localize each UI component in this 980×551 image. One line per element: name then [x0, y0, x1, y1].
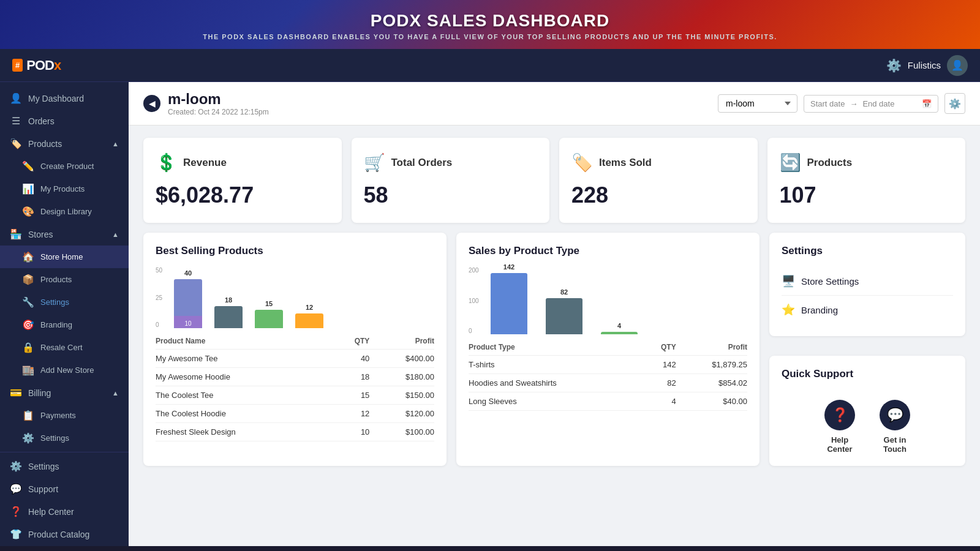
table-row: Hoodies and Sweatshirts 82 $854.02 [469, 374, 747, 392]
sidebar-item-branding[interactable]: 🎯 Branding [0, 313, 129, 336]
type-name-cell: Long Sleeves [469, 392, 646, 411]
sidebar-label-billing: Billing [28, 388, 51, 398]
calendar-icon: 📅 [922, 99, 932, 108]
products-value: 107 [780, 182, 954, 208]
help-icon: ❓ [10, 506, 22, 517]
profit-cell: $100.00 [369, 423, 434, 441]
help-center-button[interactable]: ❓ HelpCenter [824, 400, 855, 454]
store-select[interactable]: m-loom [718, 94, 797, 113]
sales-bar-2 [546, 298, 582, 334]
bar-label-12: 12 [306, 304, 313, 311]
sales-bar-3 [601, 332, 638, 334]
sidebar-label-add-new-store: Add New Store [40, 365, 94, 375]
col-product-name: Product Name [156, 333, 336, 350]
sidebar-section-products[interactable]: 🏷️ Products ▲ [0, 132, 129, 155]
date-arrow: → [850, 99, 858, 108]
sales-by-type-table: Product Type QTY Profit T-shirts 142 $1,… [469, 339, 747, 411]
sales-bar-group-2: 82 [546, 288, 582, 334]
sidebar-item-store-home[interactable]: 🏠 Store Home [0, 246, 129, 268]
stat-card-products: 🔄 Products 107 [767, 138, 966, 223]
bar-1-sub-label: 10 [184, 320, 191, 327]
profit-cell: $150.00 [369, 386, 434, 405]
get-in-touch-button[interactable]: 💬 Get inTouch [880, 400, 910, 454]
resale-icon: 🔒 [22, 342, 34, 353]
main-layout: 👤 My Dashboard ☰ Orders 🏷️ Products ▲ ✏️… [0, 82, 980, 546]
sales-by-type-title: Sales by Product Type [469, 245, 747, 257]
sidebar-item-help-center[interactable]: ❓ Help Center [0, 500, 129, 523]
sidebar-label-branding: Branding [40, 320, 72, 329]
settings-item-store[interactable]: 🖥️ Store Settings [782, 267, 953, 296]
date-range[interactable]: Start date → End date 📅 [804, 95, 938, 113]
sidebar-item-billing-settings[interactable]: ⚙️ Settings [0, 427, 129, 449]
sidebar-item-payments[interactable]: 📋 Payments [0, 404, 129, 427]
sidebar-item-add-new-store[interactable]: 🏬 Add New Store [0, 359, 129, 381]
sidebar-item-my-dashboard[interactable]: 👤 My Dashboard [0, 87, 129, 110]
sidebar-label-store-home: Store Home [40, 252, 83, 261]
sidebar-label-help-center: Help Center [28, 507, 74, 517]
product-name-cell: My Awesome Tee [156, 350, 336, 368]
best-selling-card: Best Selling Products 50 25 0 40 [143, 233, 447, 466]
type-profit-cell: $854.02 [676, 374, 747, 392]
sidebar-item-product-catalog[interactable]: 👕 Product Catalog [0, 523, 129, 545]
bar-3 [255, 310, 283, 328]
type-name-cell: Hoodies and Sweatshirts [469, 374, 646, 392]
store-controls: m-loom Start date → End date 📅 ⚙️ [718, 93, 965, 114]
settings-item-branding[interactable]: ⭐ Branding [782, 296, 953, 324]
content-area: ◀ m-loom Created: Oct 24 2022 12:15pm m-… [129, 82, 980, 546]
logo-text: PODx [26, 58, 61, 73]
profit-cell: $180.00 [369, 368, 434, 386]
sidebar-label-create-product: Create Product [40, 162, 94, 171]
type-profit-cell: $40.00 [676, 392, 747, 411]
back-button[interactable]: ◀ [143, 95, 160, 112]
date-end: End date [862, 99, 894, 108]
logo: # PODx [12, 58, 61, 73]
sidebar-section-billing[interactable]: 💳 Billing ▲ [0, 381, 129, 404]
gear-icon[interactable]: ⚙️ [886, 58, 902, 73]
sidebar: 👤 My Dashboard ☰ Orders 🏷️ Products ▲ ✏️… [0, 82, 129, 546]
stat-card-items-sold: 🏷️ Items Sold 228 [559, 138, 758, 223]
get-in-touch-label: Get inTouch [883, 435, 907, 454]
right-panel: Settings 🖥️ Store Settings ⭐ Branding Qu… [769, 233, 965, 466]
sidebar-item-my-products[interactable]: 📊 My Products [0, 178, 129, 200]
sidebar-item-settings[interactable]: 🔧 Settings [0, 291, 129, 313]
get-in-touch-icon: 💬 [880, 400, 910, 430]
product-name-cell: My Awesome Hoodie [156, 368, 336, 386]
sidebar-label-design-library: Design Library [40, 207, 92, 216]
store-settings-label: Store Settings [801, 276, 859, 287]
sidebar-item-support[interactable]: 💬 Support [0, 478, 129, 500]
y-axis-25: 25 [156, 294, 162, 301]
sidebar-item-design-library[interactable]: 🎨 Design Library [0, 200, 129, 223]
user-area: ⚙️ Fulistics 👤 [886, 55, 968, 76]
sales-by-type-card: Sales by Product Type 200 100 0 142 82 [456, 233, 760, 466]
col-type-profit: Profit [676, 339, 747, 356]
products-icon: 🏷️ [10, 138, 22, 149]
orders-value: 58 [364, 182, 538, 208]
qty-cell: 18 [336, 368, 369, 386]
avatar[interactable]: 👤 [947, 55, 968, 76]
store-created: Created: Oct 24 2022 12:15pm [168, 108, 269, 116]
sales-bar-label-142: 142 [503, 263, 514, 271]
branding-star-icon: ⭐ [782, 303, 795, 317]
help-center-label: HelpCenter [827, 435, 852, 454]
store-products-icon: 📦 [22, 274, 34, 285]
best-selling-table: Product Name QTY Profit My Awesome Tee 4… [156, 333, 434, 441]
bar-group-3: 15 [255, 300, 283, 328]
table-row: The Coolest Tee 15 $150.00 [156, 386, 434, 405]
sidebar-item-global-settings[interactable]: ⚙️ Settings [0, 455, 129, 478]
sidebar-item-create-product[interactable]: ✏️ Create Product [0, 155, 129, 178]
sidebar-item-store-products[interactable]: 📦 Products [0, 268, 129, 291]
store-home-icon: 🏠 [22, 251, 34, 263]
products-label: Products [807, 157, 853, 169]
branding-icon: 🎯 [22, 319, 34, 331]
sidebar-section-stores[interactable]: 🏪 Stores ▲ [0, 223, 129, 246]
bar-group-2: 18 [214, 296, 243, 328]
header-settings-button[interactable]: ⚙️ [944, 93, 965, 114]
support-buttons: ❓ HelpCenter 💬 Get inTouch [782, 390, 953, 454]
items-sold-value: 228 [571, 182, 745, 208]
add-store-icon: 🏬 [22, 364, 34, 376]
sidebar-item-resale-cert[interactable]: 🔒 Resale Cert [0, 336, 129, 359]
revenue-icon: 💲 [156, 152, 177, 173]
sidebar-item-orders[interactable]: ☰ Orders [0, 110, 129, 132]
settings-card: Settings 🖥️ Store Settings ⭐ Branding [769, 233, 965, 336]
table-row: T-shirts 142 $1,879.25 [469, 356, 747, 374]
